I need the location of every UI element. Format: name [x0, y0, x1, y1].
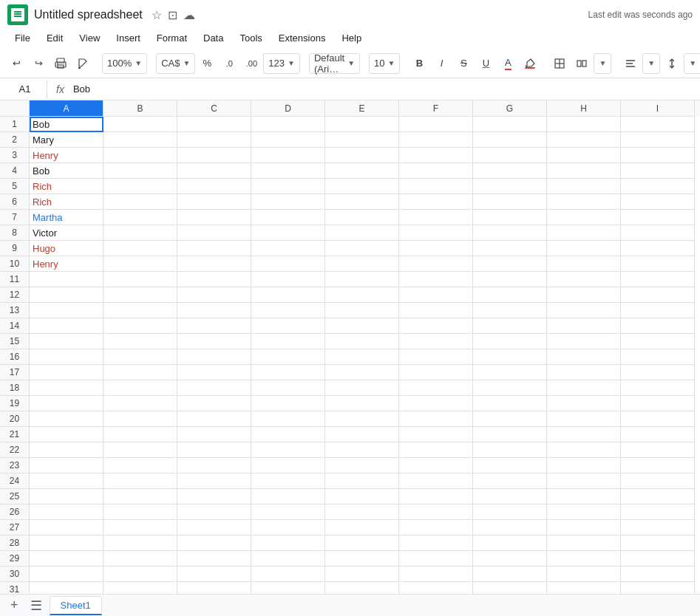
- cell-E15[interactable]: [325, 334, 399, 349]
- row-num-13[interactable]: 13: [0, 303, 30, 318]
- row-num-15[interactable]: 15: [0, 334, 30, 349]
- cell-F29[interactable]: [399, 551, 473, 567]
- cell-F30[interactable]: [399, 567, 473, 582]
- cell-I21[interactable]: [621, 427, 695, 442]
- cell-A27[interactable]: [30, 520, 103, 535]
- halign-button[interactable]: [620, 53, 641, 74]
- cell-B7[interactable]: [103, 210, 177, 225]
- cell-H7[interactable]: [547, 210, 621, 225]
- cell-I29[interactable]: [621, 551, 695, 567]
- cell-F12[interactable]: [399, 287, 473, 303]
- move-to-folder-icon[interactable]: ⊡: [168, 8, 177, 22]
- cell-H13[interactable]: [547, 303, 621, 318]
- print-button[interactable]: [50, 53, 71, 74]
- cell-H12[interactable]: [547, 287, 621, 303]
- cell-D8[interactable]: [251, 225, 325, 241]
- cell-F11[interactable]: [399, 272, 473, 287]
- cell-H30[interactable]: [547, 567, 621, 582]
- cell-F3[interactable]: [399, 148, 473, 163]
- cell-B3[interactable]: [103, 148, 177, 163]
- cell-H11[interactable]: [547, 272, 621, 287]
- menu-item-format[interactable]: Format: [149, 30, 194, 47]
- row-num-12[interactable]: 12: [0, 287, 30, 303]
- cell-C15[interactable]: [177, 334, 251, 349]
- menu-item-extensions[interactable]: Extensions: [271, 30, 333, 47]
- undo-button[interactable]: ↩: [6, 53, 27, 74]
- cell-C14[interactable]: [177, 318, 251, 334]
- menu-item-tools[interactable]: Tools: [232, 30, 269, 47]
- cell-I1[interactable]: [621, 117, 695, 132]
- row-num-14[interactable]: 14: [0, 318, 30, 334]
- formula-input[interactable]: [73, 83, 697, 95]
- cell-I14[interactable]: [621, 318, 695, 334]
- cell-D6[interactable]: [251, 194, 325, 210]
- cell-G10[interactable]: [473, 256, 547, 272]
- cell-A14[interactable]: [30, 318, 103, 334]
- row-num-6[interactable]: 6: [0, 194, 30, 210]
- text-color-button[interactable]: A: [497, 53, 518, 74]
- cell-C1[interactable]: [177, 117, 251, 132]
- cell-F27[interactable]: [399, 520, 473, 535]
- cell-C10[interactable]: [177, 256, 251, 272]
- row-num-16[interactable]: 16: [0, 349, 30, 365]
- row-num-4[interactable]: 4: [0, 163, 30, 179]
- cell-E22[interactable]: [325, 442, 399, 458]
- cell-H1[interactable]: [547, 117, 621, 132]
- cell-G12[interactable]: [473, 287, 547, 303]
- cell-E3[interactable]: [325, 148, 399, 163]
- cell-C30[interactable]: [177, 567, 251, 582]
- cell-I20[interactable]: [621, 411, 695, 427]
- cell-H16[interactable]: [547, 349, 621, 365]
- cell-F14[interactable]: [399, 318, 473, 334]
- cell-E6[interactable]: [325, 194, 399, 210]
- cell-B14[interactable]: [103, 318, 177, 334]
- cell-H6[interactable]: [547, 194, 621, 210]
- cell-A21[interactable]: [30, 427, 103, 442]
- cell-A10[interactable]: Henry: [30, 256, 103, 272]
- cell-D17[interactable]: [251, 365, 325, 380]
- row-num-7[interactable]: 7: [0, 210, 30, 225]
- cell-D10[interactable]: [251, 256, 325, 272]
- cell-I26[interactable]: [621, 504, 695, 520]
- cell-A30[interactable]: [30, 567, 103, 582]
- cell-A25[interactable]: [30, 489, 103, 504]
- row-num-11[interactable]: 11: [0, 272, 30, 287]
- row-num-10[interactable]: 10: [0, 256, 30, 272]
- cell-G3[interactable]: [473, 148, 547, 163]
- cell-E11[interactable]: [325, 272, 399, 287]
- cell-A29[interactable]: [30, 551, 103, 567]
- cell-I12[interactable]: [621, 287, 695, 303]
- cell-D11[interactable]: [251, 272, 325, 287]
- cell-D2[interactable]: [251, 132, 325, 148]
- cell-H14[interactable]: [547, 318, 621, 334]
- cell-I18[interactable]: [621, 380, 695, 396]
- cell-C22[interactable]: [177, 442, 251, 458]
- cell-H27[interactable]: [547, 520, 621, 535]
- cell-D24[interactable]: [251, 473, 325, 489]
- row-num-29[interactable]: 29: [0, 551, 30, 567]
- cell-B23[interactable]: [103, 458, 177, 473]
- cell-H8[interactable]: [547, 225, 621, 241]
- cell-A9[interactable]: Hugo: [30, 241, 103, 256]
- currency-dropdown[interactable]: CA$ ▼: [156, 53, 195, 74]
- col-header-H[interactable]: H: [547, 100, 621, 117]
- cell-C7[interactable]: [177, 210, 251, 225]
- cell-E12[interactable]: [325, 287, 399, 303]
- cell-C8[interactable]: [177, 225, 251, 241]
- cell-D23[interactable]: [251, 458, 325, 473]
- row-num-26[interactable]: 26: [0, 504, 30, 520]
- cell-E29[interactable]: [325, 551, 399, 567]
- cell-C2[interactable]: [177, 132, 251, 148]
- cell-D12[interactable]: [251, 287, 325, 303]
- cell-A16[interactable]: [30, 349, 103, 365]
- cell-B6[interactable]: [103, 194, 177, 210]
- cell-F19[interactable]: [399, 396, 473, 411]
- menu-item-data[interactable]: Data: [196, 30, 231, 47]
- cell-F5[interactable]: [399, 179, 473, 194]
- cell-G11[interactable]: [473, 272, 547, 287]
- font-dropdown[interactable]: Default (Ari… ▼: [309, 53, 360, 74]
- cell-B9[interactable]: [103, 241, 177, 256]
- cell-B13[interactable]: [103, 303, 177, 318]
- cell-A15[interactable]: [30, 334, 103, 349]
- cell-B15[interactable]: [103, 334, 177, 349]
